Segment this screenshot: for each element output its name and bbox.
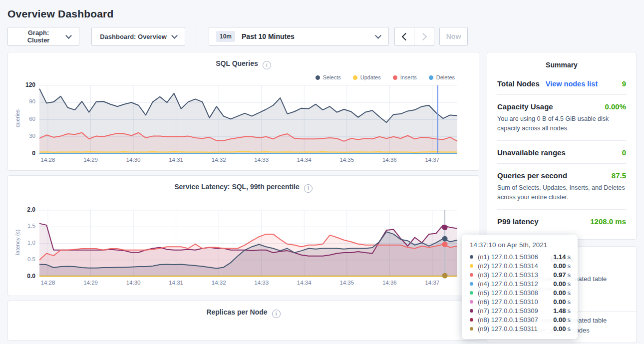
tooltip-node-unit: s bbox=[568, 262, 571, 270]
x-axis-tick: 14:32 bbox=[205, 157, 233, 163]
tooltip-node-value: 0.00 bbox=[553, 298, 566, 306]
queries-per-second-label: Queries per second bbox=[497, 171, 567, 180]
x-axis-tick: 14:29 bbox=[77, 280, 105, 286]
dashboard-dropdown-label: Dashboard: Overview bbox=[100, 33, 167, 40]
info-icon[interactable]: i bbox=[263, 61, 271, 69]
capacity-usage-subtext: You are using 0 B of 4.5 GiB usable disk… bbox=[497, 114, 626, 134]
divider bbox=[197, 27, 197, 45]
tooltip-node-address: (n8) 127.0.0.1:50307 bbox=[478, 316, 551, 324]
x-axis-tick: 14:28 bbox=[34, 157, 62, 163]
legend-item-inserts: Inserts bbox=[393, 74, 417, 80]
chart-legend: SelectsUpdatesInsertsDeletes bbox=[316, 74, 455, 80]
legend-label: Deletes bbox=[436, 74, 455, 80]
x-axis-tick: 14:36 bbox=[375, 157, 403, 163]
x-axis-tick: 14:29 bbox=[77, 157, 105, 163]
y-axis-label: latency (s) bbox=[14, 212, 20, 272]
series-line-updates bbox=[39, 151, 457, 152]
time-prev-button[interactable] bbox=[394, 27, 414, 46]
tooltip-node-address: (n4) 127.0.0.1:50312 bbox=[478, 280, 551, 288]
tooltip-node-value: 0.00 bbox=[553, 262, 566, 270]
y-axis-tick: 0 bbox=[12, 150, 35, 157]
tooltip-node-value: 0.00 bbox=[553, 316, 566, 324]
tooltip-node-unit: s bbox=[568, 253, 571, 261]
tooltip-node-value: 1.48 bbox=[553, 307, 566, 315]
tooltip-node-unit: s bbox=[568, 280, 571, 288]
p99-latency-label: P99 latency bbox=[497, 217, 539, 226]
info-icon[interactable]: i bbox=[272, 310, 281, 318]
charts-column: SQL Queriesi SelectsUpdatesInsertsDelete… bbox=[7, 52, 479, 341]
queries-per-second-subtext: Sum of Selects, Updates, Inserts, and De… bbox=[497, 183, 626, 203]
node-color-dot-icon bbox=[470, 309, 473, 313]
tooltip-node-value: 0.00 bbox=[553, 280, 566, 288]
node-color-dot-icon bbox=[470, 291, 473, 295]
legend-dot-icon bbox=[429, 75, 433, 80]
tooltip-rows: (n1) 127.0.0.1:503061.14s(n2) 127.0.0.1:… bbox=[470, 252, 571, 333]
graph-dropdown-label: Graph: Cluster bbox=[16, 29, 61, 44]
tooltip-node-value: 0.97 bbox=[553, 271, 566, 279]
summary-row-unavailable-ranges: Unavailable ranges 0 bbox=[497, 141, 626, 164]
x-axis-tick: 14:35 bbox=[333, 157, 361, 163]
tooltip-timestamp: 14:37:10 on Apr 5th, 2021 bbox=[470, 241, 571, 249]
legend-item-deletes: Deletes bbox=[429, 74, 455, 80]
page-title: Overview Dashboard bbox=[0, 0, 644, 20]
queries-per-second-value: 87.5 bbox=[612, 171, 626, 180]
x-axis-tick: 14:34 bbox=[290, 280, 318, 286]
chart-tooltip: 14:37:10 on Apr 5th, 2021 (n1) 127.0.0.1… bbox=[462, 235, 578, 339]
x-axis-tick: 14:34 bbox=[290, 157, 318, 163]
latency-plot[interactable] bbox=[39, 210, 457, 277]
tooltip-node-unit: s bbox=[568, 307, 571, 315]
view-nodes-list-link[interactable]: View nodes list bbox=[546, 80, 598, 88]
chevron-right-icon bbox=[419, 32, 427, 40]
y-axis-label: queries bbox=[14, 88, 20, 148]
y-axis-tick: 0.0 bbox=[12, 273, 35, 280]
time-range-picker[interactable]: 10m Past 10 Minutes bbox=[209, 27, 389, 46]
tooltip-node-address: (n7) 127.0.0.1:50309 bbox=[478, 307, 551, 315]
x-axis-tick: 14:28 bbox=[34, 280, 62, 286]
sql-plot[interactable] bbox=[39, 85, 457, 154]
p99-latency-value: 1208.0 ms bbox=[590, 217, 626, 226]
sql-queries-chart-title: SQL Queriesi bbox=[8, 59, 479, 69]
time-step-buttons bbox=[394, 27, 434, 46]
time-next-button[interactable] bbox=[414, 27, 434, 46]
x-axis-tick: 14:37 bbox=[418, 280, 446, 286]
tooltip-node-address: (n6) 127.0.0.1:50310 bbox=[478, 298, 551, 306]
dashboard-dropdown[interactable]: Dashboard: Overview bbox=[91, 27, 185, 46]
node-color-dot-icon bbox=[470, 273, 473, 277]
summary-row-p99-latency: P99 latency 1208.0 ms bbox=[497, 210, 626, 232]
legend-label: Selects bbox=[323, 74, 341, 80]
legend-item-selects: Selects bbox=[316, 74, 341, 80]
x-axis-tick: 14:35 bbox=[333, 280, 361, 286]
total-nodes-label: Total Nodes bbox=[497, 79, 540, 88]
tooltip-row: (n7) 127.0.0.1:503091.48s bbox=[470, 306, 571, 315]
tooltip-row: (n9) 127.0.0.1:503110.00s bbox=[470, 324, 571, 333]
service-latency-chart-card: Service Latency: SQL, 99th percentilei 0… bbox=[7, 175, 479, 296]
tooltip-node-unit: s bbox=[568, 289, 571, 297]
chevron-down-icon bbox=[65, 32, 72, 39]
tooltip-row: (n6) 127.0.0.1:503100.00s bbox=[470, 297, 571, 306]
info-icon[interactable]: i bbox=[304, 184, 313, 193]
node-color-dot-icon bbox=[470, 318, 473, 322]
tooltip-node-unit: s bbox=[568, 316, 571, 324]
graph-dropdown[interactable]: Graph: Cluster bbox=[7, 27, 79, 46]
controls-bar: Graph: Cluster Dashboard: Overview 10m P… bbox=[7, 27, 637, 46]
legend-dot-icon bbox=[393, 75, 397, 80]
summary-row-capacity-usage: Capacity Usage 0.00% You are using 0 B o… bbox=[497, 95, 626, 141]
chevron-left-icon bbox=[401, 32, 409, 40]
tooltip-row: (n2) 127.0.0.1:503140.00s bbox=[470, 261, 571, 270]
summary-panel: Summary Total Nodes View nodes list 9 Ca… bbox=[487, 52, 637, 240]
chevron-down-icon bbox=[171, 32, 178, 39]
legend-label: Updates bbox=[360, 74, 381, 80]
total-nodes-value: 9 bbox=[622, 79, 626, 88]
legend-dot-icon bbox=[316, 75, 320, 80]
tooltip-row: (n8) 127.0.0.1:503070.00s bbox=[470, 315, 571, 324]
summary-row-total-nodes: Total Nodes View nodes list 9 bbox=[497, 72, 626, 95]
x-axis-tick: 14:33 bbox=[248, 280, 276, 286]
crosshair-dot bbox=[442, 236, 448, 242]
service-latency-chart-title: Service Latency: SQL, 99th percentilei bbox=[8, 183, 479, 193]
now-button[interactable]: Now bbox=[439, 27, 468, 46]
x-axis-tick: 14:31 bbox=[162, 280, 190, 286]
replicas-per-node-chart-title: Replicas per Nodei bbox=[8, 308, 479, 318]
capacity-usage-label: Capacity Usage bbox=[497, 102, 553, 111]
replicas-per-node-chart-card: Replicas per Nodei bbox=[7, 301, 479, 341]
tooltip-row: (n4) 127.0.0.1:503120.00s bbox=[470, 279, 571, 288]
